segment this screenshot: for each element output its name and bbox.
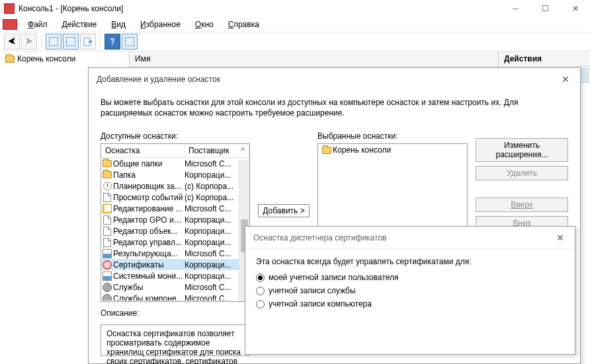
snapin-name: Общие папки xyxy=(113,159,185,168)
list-item[interactable]: Редактор GPO ин...Корпораци... xyxy=(101,214,249,225)
selected-root-row[interactable]: Корень консоли xyxy=(318,144,467,156)
doc-icon xyxy=(103,227,111,236)
snapin-name: Редактор управл... xyxy=(113,238,185,247)
snapin-name: Редактор GPO ин... xyxy=(113,215,185,225)
menu-window[interactable]: Окно xyxy=(189,18,220,30)
details-column-name[interactable]: Имя xyxy=(130,52,498,67)
actions-header: Действия xyxy=(499,52,590,67)
window-icon xyxy=(66,37,75,46)
app-menu-icon[interactable] xyxy=(3,19,17,30)
radio-icon xyxy=(256,300,265,309)
remove-button[interactable]: Удалить xyxy=(476,166,568,180)
edit-icon xyxy=(103,204,112,213)
snapin-name: Редактирование ... xyxy=(113,204,185,213)
toolbar-forward-button[interactable]: ⮞ xyxy=(21,34,37,50)
list-item[interactable]: Результирующа...Microsoft C... xyxy=(101,248,249,259)
gear-icon xyxy=(103,283,112,292)
list-item[interactable]: СлужбыMicrosoft C... xyxy=(101,281,249,293)
menu-view[interactable]: Вид xyxy=(105,18,132,30)
available-label: Доступные оснастки: xyxy=(101,131,250,141)
list-item[interactable]: Планировщик за...(с) Корпора... xyxy=(101,180,249,192)
list-item[interactable]: Редактирование ...Microsoft C... xyxy=(101,203,249,214)
maximize-button[interactable]: ☐ xyxy=(530,0,560,17)
cert-dialog-prompt: Эта оснастка всегда будет управлять серт… xyxy=(256,257,564,266)
menu-favorites[interactable]: Избранное xyxy=(134,18,187,30)
list-item[interactable]: Общие папкиMicrosoft C... xyxy=(101,158,249,169)
snapin-name: Просмотр событий xyxy=(113,193,185,202)
tree-icon xyxy=(49,37,58,46)
toolbar-show-tree-button[interactable] xyxy=(46,34,62,50)
app-icon xyxy=(4,3,15,14)
tree-root-label: Корень консоли xyxy=(17,54,75,63)
selected-label: Выбранные оснастки: xyxy=(317,131,468,141)
col-vendor-header[interactable]: Поставщик ^ xyxy=(185,144,249,157)
radio-label: моей учетной записи пользователя xyxy=(269,273,398,282)
doc-icon xyxy=(103,193,111,202)
snapin-name: Результирующа... xyxy=(113,249,185,258)
certificates-snapin-dialog: Оснастка диспетчера сертификатов ✕ Эта о… xyxy=(245,226,575,355)
cert-icon xyxy=(103,260,112,270)
radio-option[interactable]: моей учетной записи пользователя xyxy=(256,273,564,282)
folder-icon xyxy=(103,171,112,178)
window-title: Консоль1 - [Корень консоли] xyxy=(19,4,123,13)
toolbar-back-button[interactable]: ⮜ xyxy=(4,34,20,50)
gear-icon xyxy=(103,294,112,301)
toolbar: ⮜ ⮞ ? xyxy=(0,32,590,52)
doc-icon xyxy=(103,215,111,225)
minimize-button[interactable]: ─ xyxy=(501,0,530,17)
toolbar-export-button[interactable] xyxy=(80,34,96,50)
snapin-name: Планировщик за... xyxy=(113,182,185,191)
window-controls: ─ ☐ ✕ xyxy=(501,0,590,17)
toolbar-new-window-button[interactable] xyxy=(63,34,79,50)
list-item[interactable]: СертификатыКорпораци... xyxy=(101,259,249,270)
move-up-button[interactable]: Вверх xyxy=(476,198,568,212)
dialog-intro-text: Вы можете выбрать оснастки для этой конс… xyxy=(101,97,568,118)
radio-option[interactable]: учетной записи компьютера xyxy=(256,299,564,309)
snapin-name: Редактор объек... xyxy=(113,227,185,236)
menu-file[interactable]: Файл xyxy=(21,18,54,30)
folder-shared-icon xyxy=(103,160,112,167)
list-item[interactable]: Системный мони...Корпораци... xyxy=(101,270,249,281)
tree-root-item[interactable]: Корень консоли xyxy=(0,52,129,66)
toolbar-actions-pane-button[interactable] xyxy=(122,34,138,50)
list-item[interactable]: ПапкаКорпораци... xyxy=(101,169,249,180)
list-item[interactable]: Просмотр событий(с) Корпора... xyxy=(101,192,249,203)
menu-help[interactable]: Справка xyxy=(222,18,266,30)
toolbar-separator xyxy=(41,35,42,48)
list-item[interactable]: Редактор управл...Корпораци... xyxy=(101,237,249,248)
radio-option[interactable]: учетной записи службы xyxy=(256,286,564,295)
chevron-up-icon: ^ xyxy=(241,146,245,155)
available-snapins-list[interactable]: Оснастка Поставщик ^ Общие папкиMicrosof… xyxy=(101,143,250,302)
toolbar-help-button[interactable]: ? xyxy=(105,34,120,50)
close-button[interactable]: ✕ xyxy=(560,0,590,17)
dialog-titlebar[interactable]: Добавление и удаление оснасток ✕ xyxy=(89,68,580,91)
list-item[interactable]: Редактор объек...Корпораци... xyxy=(101,225,249,237)
doc-icon xyxy=(103,238,111,247)
snapin-name: Службы xyxy=(113,283,185,292)
list-item[interactable]: Службы компоне...Microsoft C... xyxy=(101,293,249,301)
radio-label: учетной записи компьютера xyxy=(269,299,372,309)
arrow-left-icon: ⮜ xyxy=(8,37,16,46)
cert-dialog-title: Оснастка диспетчера сертификатов xyxy=(253,233,386,242)
snapin-name: Системный мони... xyxy=(113,272,185,281)
col-vendor-text: Поставщик xyxy=(189,146,230,155)
edit-extensions-button[interactable]: Изменить расширения... xyxy=(476,138,568,162)
dialog-title-text: Добавление и удаление оснасток xyxy=(97,75,220,84)
add-button[interactable]: Добавить > xyxy=(258,204,309,217)
menu-action[interactable]: Действие xyxy=(56,18,104,30)
close-icon[interactable]: ✕ xyxy=(554,230,567,246)
clock-icon xyxy=(103,182,112,190)
folder-icon xyxy=(5,55,15,63)
pane-icon xyxy=(125,37,134,46)
cert-dialog-titlebar[interactable]: Оснастка диспетчера сертификатов ✕ xyxy=(245,227,575,249)
folder-icon xyxy=(322,147,331,154)
radio-icon xyxy=(256,287,265,295)
menubar: Файл Действие Вид Избранное Окно Справка xyxy=(0,17,590,32)
radio-label: учетной записи службы xyxy=(269,286,356,295)
snapin-name: Сертификаты xyxy=(113,260,185,270)
chart-icon xyxy=(103,272,112,281)
chart-icon xyxy=(103,249,112,258)
col-snapin-header[interactable]: Оснастка xyxy=(101,144,185,157)
selected-root-label: Корень консоли xyxy=(333,145,391,155)
close-icon[interactable]: ✕ xyxy=(559,71,572,87)
